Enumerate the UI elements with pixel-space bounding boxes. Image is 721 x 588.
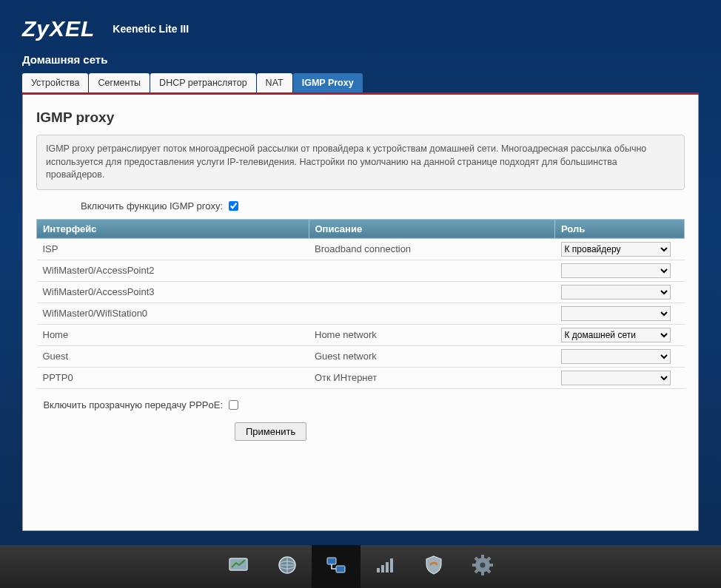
svg-point-10 xyxy=(480,563,486,568)
cell-description xyxy=(309,303,555,324)
app-frame: ZyXEL Keenetic Lite III Домашняя сеть Ус… xyxy=(0,0,721,588)
help-text: IGMP proxy ретранслирует поток многоадре… xyxy=(36,135,685,190)
cell-interface: WifiMaster0/AccessPoint3 xyxy=(37,281,309,303)
role-select[interactable]: К провайдеруК домашней сети xyxy=(561,242,671,257)
table-row: HomeHome networkК провайдеруК домашней с… xyxy=(37,324,685,345)
enable-igmp-checkbox[interactable] xyxy=(229,201,238,211)
table-row: GuestGuest networkК провайдеруК домашней… xyxy=(37,345,685,367)
col-role: Роль xyxy=(555,219,685,238)
tab-bar: УстройстваСегментыDHCP ретрансляторNATIG… xyxy=(22,73,699,95)
svg-rect-8 xyxy=(390,558,393,572)
role-select[interactable]: К провайдеруК домашней сети xyxy=(561,371,671,385)
gear-nav[interactable] xyxy=(458,545,507,588)
cell-interface: ISP xyxy=(37,238,309,260)
header: ZyXEL Keenetic Lite III xyxy=(0,0,721,46)
globe-nav[interactable] xyxy=(263,545,312,588)
brand-logo: ZyXEL xyxy=(22,16,95,41)
cell-role: К провайдеруК домашней сети xyxy=(555,303,685,324)
col-interface: Интерфейс xyxy=(37,219,309,238)
tab-0[interactable]: Устройства xyxy=(22,73,88,92)
svg-rect-3 xyxy=(327,558,336,564)
svg-line-16 xyxy=(487,570,490,572)
content-panel: IGMP proxy IGMP proxy ретранслирует пото… xyxy=(22,95,699,531)
cell-description: Home network xyxy=(309,324,555,345)
signal-nav[interactable] xyxy=(360,545,409,588)
table-row: ISPBroadband connectionК провайдеруК дом… xyxy=(37,238,685,260)
cell-description: Отк ИНтернет xyxy=(309,367,555,388)
cell-role: К провайдеруК домашней сети xyxy=(555,367,685,388)
breadcrumb: Домашняя сеть xyxy=(0,46,721,73)
svg-rect-6 xyxy=(381,565,384,572)
network-icon xyxy=(324,553,348,580)
cell-role: К провайдеруК домашней сети xyxy=(555,324,685,345)
tab-4[interactable]: IGMP Proxy xyxy=(293,73,363,92)
cell-interface: WifiMaster0/WifiStation0 xyxy=(37,303,309,324)
role-select[interactable]: К провайдеруК домашней сети xyxy=(561,306,671,321)
enable-igmp-row: Включить функцию IGMP proxy: xyxy=(36,200,685,212)
monitor-nav[interactable] xyxy=(214,545,263,588)
globe-icon xyxy=(275,553,299,580)
shield-icon xyxy=(422,553,446,580)
gear-icon xyxy=(471,553,494,580)
svg-rect-5 xyxy=(377,568,380,572)
signal-icon xyxy=(373,553,397,580)
cell-interface: PPTP0 xyxy=(37,367,309,388)
shield-nav[interactable] xyxy=(409,545,458,588)
cell-description: Guest network xyxy=(309,345,555,367)
cell-role: К провайдеруК домашней сети xyxy=(555,238,685,260)
interfaces-table: Интерфейс Описание Роль ISPBroadband con… xyxy=(36,219,685,389)
table-row: WifiMaster0/AccessPoint2К провайдеруК до… xyxy=(37,260,685,281)
cell-interface: Guest xyxy=(37,345,309,367)
cell-role: К провайдеруК домашней сети xyxy=(555,260,685,281)
role-select[interactable]: К провайдеруК домашней сети xyxy=(561,328,671,342)
tab-1[interactable]: Сегменты xyxy=(89,73,150,92)
network-nav[interactable] xyxy=(312,545,360,588)
pppoe-checkbox[interactable] xyxy=(229,400,238,410)
tab-3[interactable]: NAT xyxy=(257,73,292,92)
pppoe-row: Включить прозрачную передачу PPPoE: xyxy=(36,399,685,410)
cell-description xyxy=(309,281,555,303)
apply-button[interactable]: Применить xyxy=(235,422,306,441)
svg-line-17 xyxy=(475,570,478,572)
table-row: WifiMaster0/WifiStation0К провайдеруК до… xyxy=(37,303,685,324)
cell-description xyxy=(309,260,555,281)
pppoe-label: Включить прозрачную передачу PPPoE: xyxy=(36,399,229,410)
model-name: Keenetic Lite III xyxy=(113,23,189,35)
page-title: IGMP proxy xyxy=(36,109,685,126)
role-select[interactable]: К провайдеруК домашней сети xyxy=(561,263,671,278)
role-select[interactable]: К провайдеруК домашней сети xyxy=(561,285,671,300)
svg-rect-4 xyxy=(336,566,345,572)
svg-line-18 xyxy=(487,558,490,561)
col-description: Описание xyxy=(309,219,555,238)
svg-line-15 xyxy=(475,558,478,561)
monitor-icon xyxy=(227,553,250,580)
cell-description: Broadband connection xyxy=(309,238,555,260)
cell-interface: WifiMaster0/AccessPoint2 xyxy=(37,260,309,281)
cell-role: К провайдеруК домашней сети xyxy=(555,345,685,367)
tab-2[interactable]: DHCP ретранслятор xyxy=(150,73,256,92)
cell-interface: Home xyxy=(37,324,309,345)
enable-igmp-label: Включить функцию IGMP proxy: xyxy=(36,200,229,212)
bottom-nav xyxy=(0,545,721,588)
role-select[interactable]: К провайдеруК домашней сети xyxy=(561,349,671,364)
table-row: WifiMaster0/AccessPoint3К провайдеруК до… xyxy=(37,281,685,303)
table-row: PPTP0Отк ИНтернетК провайдеруК домашней … xyxy=(37,367,685,388)
cell-role: К провайдеруК домашней сети xyxy=(555,281,685,303)
svg-rect-7 xyxy=(386,562,389,572)
